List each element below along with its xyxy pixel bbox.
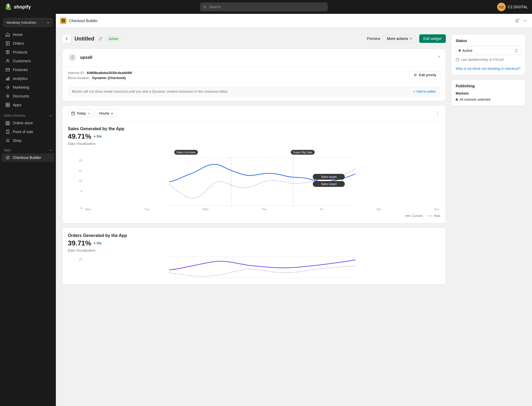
market-dot — [456, 99, 458, 101]
more-options-button[interactable]: ⋮ — [435, 110, 440, 117]
pin-icon[interactable] — [516, 18, 520, 23]
customers-icon — [5, 59, 10, 63]
clock-icon — [456, 58, 459, 61]
back-button[interactable] — [62, 34, 71, 43]
sidebar-item-finances[interactable]: Finances — [2, 65, 54, 74]
shopify-logo-link[interactable]: shopify — [4, 3, 31, 11]
search-input[interactable] — [209, 5, 325, 9]
svg-text:Sales target: Sales target — [321, 182, 337, 186]
add-to-editor-link[interactable]: + Add to editor — [413, 89, 436, 93]
marketing-icon — [5, 85, 10, 90]
widget-header: Untitled Active Preview More actions Edi… — [62, 34, 446, 43]
edit-title-icon[interactable] — [98, 36, 103, 41]
sidebar-item-orders[interactable]: Orders — [2, 39, 54, 48]
interval-filter-button[interactable]: Hourly — [96, 109, 117, 117]
sidebar: Vandelay Industries Home Orders Prod — [0, 14, 56, 406]
calendar-icon — [71, 112, 75, 115]
legend-past: Past — [427, 214, 440, 218]
top-navigation: shopify C2 C2 DIGITAL — [0, 0, 532, 14]
sidebar-item-shop[interactable]: Shop — [2, 136, 54, 145]
app-header-title: Checkout Builder — [69, 19, 513, 23]
svg-rect-16 — [6, 105, 7, 107]
right-sidebar: Status Active Last updated today at 4:54… — [451, 34, 526, 289]
apps-icon — [5, 102, 10, 107]
chart-tooltips: Sales Increase Super Big Sale — [76, 150, 440, 158]
search-box[interactable] — [200, 2, 328, 11]
widget-header-actions: Preview More actions Edit widget — [367, 34, 446, 43]
store-selector[interactable]: Vandelay Industries — [3, 18, 53, 27]
why-link[interactable]: Why is my block not showing in checkout? — [456, 67, 521, 71]
svg-rect-19 — [7, 123, 9, 125]
finances-icon — [5, 67, 10, 72]
chart1-subtitle: Data Visualization — [68, 142, 440, 146]
sidebar-item-products[interactable]: Products — [2, 48, 54, 56]
dropdown-icon — [88, 112, 90, 115]
home-icon — [5, 32, 10, 37]
user-menu[interactable]: C2 C2 DIGITAL — [497, 3, 528, 11]
sidebar-item-discounts[interactable]: Discounts — [2, 92, 54, 100]
pos-icon — [5, 129, 10, 134]
more-icon[interactable] — [522, 18, 528, 23]
publishing-card: Publishing Markets All markets selected — [451, 79, 526, 106]
sidebar-item-label: Shop — [13, 138, 22, 143]
discounts-icon — [5, 94, 10, 99]
status-badge: Active — [106, 36, 120, 42]
chart1-container: Sales Generated by the App 49.71% 5% Dat… — [63, 121, 446, 223]
block-notice: Blocks will not show inside checkout unt… — [68, 86, 440, 97]
chart-legend: Current Past — [76, 214, 440, 218]
up-arrow-icon — [93, 242, 96, 245]
sidebar-item-analytics[interactable]: Analytics — [2, 74, 54, 83]
edit-widget-button[interactable]: Edit widget — [419, 34, 446, 43]
legend-current: Current — [405, 214, 423, 218]
collapse-icon[interactable]: ^ — [438, 55, 440, 60]
sidebar-item-label: Discounts — [13, 94, 29, 98]
edit-priority-button[interactable]: Edit priority — [410, 71, 440, 79]
analytics-controls: Today Hourly ⋮ — [63, 106, 446, 121]
divider — [456, 64, 521, 64]
status-select[interactable]: Active — [456, 46, 521, 55]
chart1-value: 49.71% 5% — [68, 132, 440, 141]
sidebar-item-point-of-sale[interactable]: Point of sale — [2, 128, 54, 136]
main-content: Checkout Builder Untitled Active Previ — [56, 14, 532, 406]
main-nav: Home Orders Products Customers — [0, 29, 56, 110]
chevron-down-icon — [409, 37, 413, 40]
updown-icon — [111, 112, 113, 115]
chart2-change: 5% — [93, 241, 102, 245]
preview-button[interactable]: Preview — [367, 36, 380, 41]
block-card-header: upsell ^ — [63, 49, 446, 67]
expand-icon — [49, 149, 52, 152]
date-filter-button[interactable]: Today — [68, 109, 94, 117]
block-card: upsell ^ Internal ID: 64808ea6ebe2030c4e… — [62, 48, 446, 101]
analytics-card-1: Today Hourly ⋮ Sales Generated by the Ap… — [62, 105, 446, 223]
app-header-bar: Checkout Builder — [56, 14, 532, 28]
y-axis: 20 12 10 8 0 — [76, 158, 82, 211]
sidebar-item-label: Orders — [13, 41, 24, 46]
svg-rect-17 — [8, 105, 10, 107]
page-main: Untitled Active Preview More actions Edi… — [62, 34, 446, 289]
status-card-title: Status — [456, 39, 521, 43]
sidebar-item-customers[interactable]: Customers — [2, 57, 54, 65]
apps-header: Apps — [0, 145, 56, 153]
chart2-wrapper: 20 — [76, 257, 440, 279]
chart-wrapper: 20 12 10 8 0 — [76, 158, 440, 211]
sidebar-item-home[interactable]: Home — [2, 30, 54, 39]
internal-id-row: Internal ID: 64808ea6ebe2030c4eafd49f — [68, 71, 132, 75]
store-icon — [5, 121, 10, 125]
products-icon — [5, 50, 10, 55]
status-dot — [459, 50, 461, 52]
svg-rect-24 — [62, 19, 65, 22]
chart2-container: Orders Generated by the App 39.71% 5% Da… — [63, 228, 446, 284]
more-actions-button[interactable]: More actions — [383, 34, 416, 43]
line-chart2-svg — [84, 257, 440, 278]
chevron-updown-icon — [514, 49, 518, 52]
sidebar-item-apps[interactable]: Apps — [2, 101, 54, 109]
x-axis-labels: Mon Tue Wed Thu Fri Sat Sun — [84, 208, 440, 211]
svg-point-25 — [523, 20, 524, 21]
sidebar-item-marketing[interactable]: Marketing — [2, 83, 54, 92]
block-title: upsell — [80, 55, 438, 60]
market-item: All markets selected — [456, 97, 521, 101]
sidebar-item-online-store[interactable]: Online store — [2, 119, 54, 127]
publishing-title: Publishing — [456, 84, 521, 88]
sidebar-item-checkout-builder[interactable]: Checkout Builder — [2, 153, 54, 162]
sidebar-item-label: Home — [13, 32, 23, 37]
